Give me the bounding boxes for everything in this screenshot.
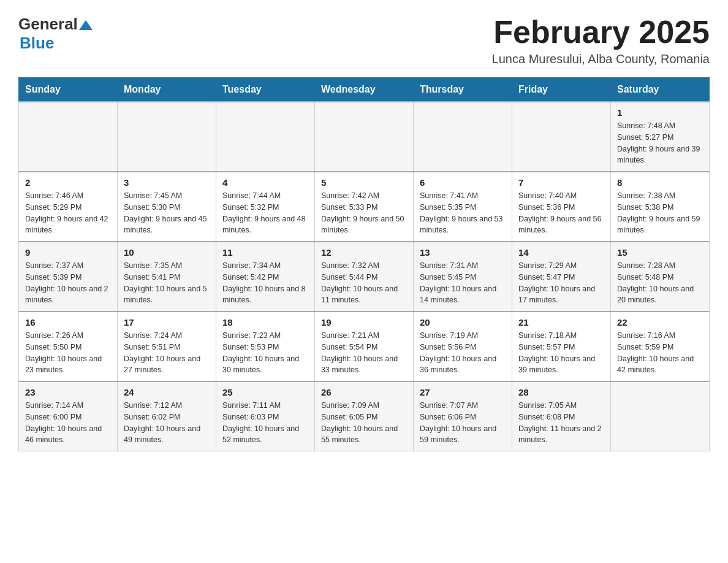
location-subtitle: Lunca Muresului, Alba County, Romania	[492, 52, 710, 66]
logo-general-text: General	[18, 15, 78, 34]
day-detail: Sunrise: 7:18 AMSunset: 5:57 PMDaylight:…	[518, 330, 604, 376]
calendar-cell	[315, 102, 414, 172]
weekday-header-wednesday: Wednesday	[315, 78, 414, 102]
calendar-cell: 21Sunrise: 7:18 AMSunset: 5:57 PMDayligh…	[512, 312, 611, 381]
weekday-header-thursday: Thursday	[414, 78, 512, 102]
calendar-cell	[414, 102, 512, 172]
logo-blue-text: Blue	[20, 34, 54, 53]
day-detail: Sunrise: 7:40 AMSunset: 5:36 PMDaylight:…	[518, 190, 604, 236]
calendar-cell: 27Sunrise: 7:07 AMSunset: 6:06 PMDayligh…	[414, 381, 512, 451]
calendar-cell: 20Sunrise: 7:19 AMSunset: 5:56 PMDayligh…	[414, 312, 512, 381]
day-detail: Sunrise: 7:31 AMSunset: 5:45 PMDaylight:…	[420, 260, 506, 306]
calendar-cell: 14Sunrise: 7:29 AMSunset: 5:47 PMDayligh…	[512, 242, 611, 312]
day-detail: Sunrise: 7:48 AMSunset: 5:27 PMDaylight:…	[617, 120, 703, 166]
day-detail: Sunrise: 7:37 AMSunset: 5:39 PMDaylight:…	[25, 260, 111, 306]
weekday-header-tuesday: Tuesday	[216, 78, 315, 102]
calendar-cell: 8Sunrise: 7:38 AMSunset: 5:38 PMDaylight…	[611, 172, 710, 242]
calendar-table: SundayMondayTuesdayWednesdayThursdayFrid…	[18, 77, 710, 451]
calendar-cell: 2Sunrise: 7:46 AMSunset: 5:29 PMDaylight…	[19, 172, 118, 242]
calendar-cell: 25Sunrise: 7:11 AMSunset: 6:03 PMDayligh…	[216, 381, 315, 451]
calendar-cell: 4Sunrise: 7:44 AMSunset: 5:32 PMDaylight…	[216, 172, 315, 242]
day-detail: Sunrise: 7:09 AMSunset: 6:05 PMDaylight:…	[321, 400, 407, 446]
svg-marker-0	[79, 20, 93, 30]
day-number: 20	[420, 317, 506, 327]
calendar-cell	[512, 102, 611, 172]
calendar-cell: 28Sunrise: 7:05 AMSunset: 6:08 PMDayligh…	[512, 381, 611, 451]
day-detail: Sunrise: 7:24 AMSunset: 5:51 PMDaylight:…	[124, 330, 210, 376]
logo: General Blue	[18, 15, 93, 53]
day-number: 13	[420, 247, 506, 258]
day-detail: Sunrise: 7:32 AMSunset: 5:44 PMDaylight:…	[321, 260, 407, 306]
day-detail: Sunrise: 7:44 AMSunset: 5:32 PMDaylight:…	[222, 190, 308, 236]
day-number: 25	[222, 387, 308, 397]
weekday-header-sunday: Sunday	[19, 78, 118, 102]
day-number: 28	[518, 387, 604, 397]
day-detail: Sunrise: 7:12 AMSunset: 6:02 PMDaylight:…	[124, 400, 210, 446]
calendar-cell: 5Sunrise: 7:42 AMSunset: 5:33 PMDaylight…	[315, 172, 414, 242]
day-detail: Sunrise: 7:46 AMSunset: 5:29 PMDaylight:…	[25, 190, 111, 236]
day-number: 19	[321, 317, 407, 327]
day-number: 24	[124, 387, 210, 397]
day-number: 11	[222, 247, 308, 258]
day-number: 3	[124, 177, 210, 188]
calendar-cell: 7Sunrise: 7:40 AMSunset: 5:36 PMDaylight…	[512, 172, 611, 242]
calendar-cell: 19Sunrise: 7:21 AMSunset: 5:54 PMDayligh…	[315, 312, 414, 381]
day-detail: Sunrise: 7:16 AMSunset: 5:59 PMDaylight:…	[617, 330, 703, 376]
calendar-cell: 11Sunrise: 7:34 AMSunset: 5:42 PMDayligh…	[216, 242, 315, 312]
calendar-cell: 17Sunrise: 7:24 AMSunset: 5:51 PMDayligh…	[118, 312, 216, 381]
calendar-cell: 15Sunrise: 7:28 AMSunset: 5:48 PMDayligh…	[611, 242, 710, 312]
day-number: 15	[617, 247, 703, 258]
day-detail: Sunrise: 7:34 AMSunset: 5:42 PMDaylight:…	[222, 260, 308, 306]
calendar-cell: 12Sunrise: 7:32 AMSunset: 5:44 PMDayligh…	[315, 242, 414, 312]
calendar-week-row: 1Sunrise: 7:48 AMSunset: 5:27 PMDaylight…	[19, 102, 710, 172]
calendar-cell: 16Sunrise: 7:26 AMSunset: 5:50 PMDayligh…	[19, 312, 118, 381]
calendar-cell	[118, 102, 216, 172]
calendar-cell: 9Sunrise: 7:37 AMSunset: 5:39 PMDaylight…	[19, 242, 118, 312]
month-year-title: February 2025	[492, 15, 710, 50]
day-number: 7	[518, 177, 604, 188]
calendar-cell: 6Sunrise: 7:41 AMSunset: 5:35 PMDaylight…	[414, 172, 512, 242]
day-number: 16	[25, 317, 111, 327]
day-number: 10	[124, 247, 210, 258]
day-detail: Sunrise: 7:05 AMSunset: 6:08 PMDaylight:…	[518, 400, 604, 446]
day-number: 1	[617, 107, 703, 118]
day-detail: Sunrise: 7:42 AMSunset: 5:33 PMDaylight:…	[321, 190, 407, 236]
day-number: 22	[617, 317, 703, 327]
calendar-week-row: 16Sunrise: 7:26 AMSunset: 5:50 PMDayligh…	[19, 312, 710, 381]
day-detail: Sunrise: 7:38 AMSunset: 5:38 PMDaylight:…	[617, 190, 703, 236]
calendar-cell: 10Sunrise: 7:35 AMSunset: 5:41 PMDayligh…	[118, 242, 216, 312]
day-detail: Sunrise: 7:11 AMSunset: 6:03 PMDaylight:…	[222, 400, 308, 446]
calendar-cell: 1Sunrise: 7:48 AMSunset: 5:27 PMDaylight…	[611, 102, 710, 172]
weekday-header-row: SundayMondayTuesdayWednesdayThursdayFrid…	[19, 78, 710, 102]
day-detail: Sunrise: 7:41 AMSunset: 5:35 PMDaylight:…	[420, 190, 506, 236]
day-number: 9	[25, 247, 111, 258]
day-number: 21	[518, 317, 604, 327]
calendar-cell: 26Sunrise: 7:09 AMSunset: 6:05 PMDayligh…	[315, 381, 414, 451]
calendar-cell: 13Sunrise: 7:31 AMSunset: 5:45 PMDayligh…	[414, 242, 512, 312]
day-number: 27	[420, 387, 506, 397]
day-number: 17	[124, 317, 210, 327]
day-detail: Sunrise: 7:19 AMSunset: 5:56 PMDaylight:…	[420, 330, 506, 376]
calendar-cell: 24Sunrise: 7:12 AMSunset: 6:02 PMDayligh…	[118, 381, 216, 451]
day-number: 5	[321, 177, 407, 188]
day-detail: Sunrise: 7:14 AMSunset: 6:00 PMDaylight:…	[25, 400, 111, 446]
day-detail: Sunrise: 7:28 AMSunset: 5:48 PMDaylight:…	[617, 260, 703, 306]
calendar-cell: 18Sunrise: 7:23 AMSunset: 5:53 PMDayligh…	[216, 312, 315, 381]
calendar-cell	[216, 102, 315, 172]
day-number: 18	[222, 317, 308, 327]
calendar-cell: 23Sunrise: 7:14 AMSunset: 6:00 PMDayligh…	[19, 381, 118, 451]
day-number: 2	[25, 177, 111, 188]
calendar-week-row: 23Sunrise: 7:14 AMSunset: 6:00 PMDayligh…	[19, 381, 710, 451]
day-detail: Sunrise: 7:26 AMSunset: 5:50 PMDaylight:…	[25, 330, 111, 376]
day-number: 8	[617, 177, 703, 188]
weekday-header-friday: Friday	[512, 78, 611, 102]
calendar-cell	[611, 381, 710, 451]
calendar-week-row: 2Sunrise: 7:46 AMSunset: 5:29 PMDaylight…	[19, 172, 710, 242]
day-detail: Sunrise: 7:45 AMSunset: 5:30 PMDaylight:…	[124, 190, 210, 236]
title-area: February 2025 Lunca Muresului, Alba Coun…	[492, 15, 710, 66]
day-detail: Sunrise: 7:35 AMSunset: 5:41 PMDaylight:…	[124, 260, 210, 306]
weekday-header-saturday: Saturday	[611, 78, 710, 102]
calendar-cell: 22Sunrise: 7:16 AMSunset: 5:59 PMDayligh…	[611, 312, 710, 381]
logo-triangle-icon	[79, 18, 93, 31]
day-detail: Sunrise: 7:29 AMSunset: 5:47 PMDaylight:…	[518, 260, 604, 306]
